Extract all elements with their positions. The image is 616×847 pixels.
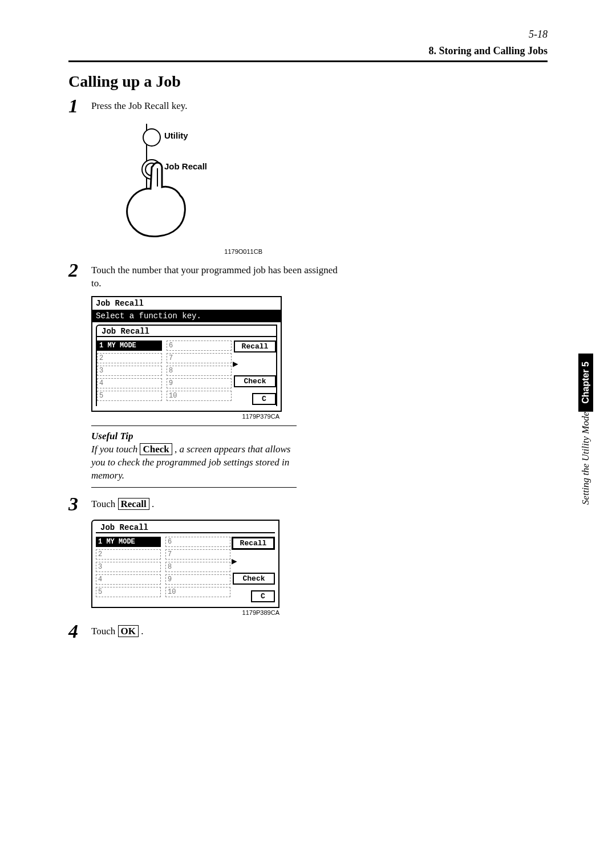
job-slot-2[interactable]: 2 <box>96 549 161 560</box>
figure-lcd-recall: Job Recall 1 MY MODE 2 3 4 5 6 7 8 9 1 <box>91 520 548 616</box>
tip-rule-bottom <box>91 487 297 488</box>
job-slot-1[interactable]: 1 MY MODE <box>97 341 162 351</box>
tip-text: If you touch Check , a screen appears th… <box>91 443 297 483</box>
recall-box-label: Recall <box>118 498 149 510</box>
lcd-tab: Job Recall <box>96 523 275 532</box>
step-4: 4 Touch OK . <box>68 622 342 641</box>
job-slot-3[interactable]: 3 <box>97 366 162 376</box>
job-slot-8[interactable]: 8 <box>167 366 232 376</box>
side-tab: Chapter 5 Setting the Utility Mode <box>578 354 593 510</box>
job-slot-4[interactable]: 4 <box>97 378 162 388</box>
recall-button[interactable]: Recall <box>234 341 276 352</box>
job-slot-5[interactable]: 5 <box>97 391 162 401</box>
check-box-label: Check <box>140 443 172 455</box>
step-1: 1 Press the Job Recall key. <box>68 96 342 116</box>
hand-press-icon <box>114 156 200 241</box>
ok-box-label: OK <box>118 625 139 637</box>
lcd-column-1: 1 MY MODE 2 3 4 5 <box>96 537 161 602</box>
step-text: Touch OK . <box>91 622 143 638</box>
lcd-column-2: 6 7 8 9 10 <box>167 341 232 405</box>
figure-job-recall-key: Utility Job Recall 1179O011CB <box>91 121 548 255</box>
lcd-tab: Job Recall <box>97 327 276 336</box>
job-slot-1[interactable]: 1 MY MODE <box>96 537 161 547</box>
lcd-title: Job Recall <box>92 297 281 310</box>
figure-lcd-select: Job Recall Select a function key. Job Re… <box>91 296 548 420</box>
check-button[interactable]: Check <box>233 573 275 585</box>
recall-button[interactable]: Recall <box>232 537 275 550</box>
job-slot-8[interactable]: 8 <box>165 562 230 572</box>
step-number: 4 <box>68 622 91 641</box>
job-slot-4[interactable]: 4 <box>96 574 161 585</box>
job-slot-9[interactable]: 9 <box>165 574 230 585</box>
step-number: 3 <box>68 495 91 514</box>
useful-tip: Useful Tip If you touch Check , a screen… <box>91 425 297 488</box>
lcd-prompt: Select a function key. <box>92 310 281 322</box>
job-slot-2[interactable]: 2 <box>97 353 162 363</box>
figure-code: 1179P379CA <box>91 413 279 420</box>
clear-button[interactable]: C <box>251 590 275 602</box>
step-3: 3 Touch Recall . <box>68 495 342 514</box>
step-text: Press the Job Recall key. <box>91 96 187 113</box>
job-slot-10[interactable]: 10 <box>165 587 230 597</box>
step-2: 2 Touch the number that your programmed … <box>68 261 342 290</box>
job-slot-3[interactable]: 3 <box>96 562 161 572</box>
job-slot-10[interactable]: 10 <box>167 391 232 401</box>
side-text: Setting the Utility Mode <box>580 412 591 510</box>
tip-rule-top <box>91 425 297 426</box>
page-title: Calling up a Job <box>68 72 548 91</box>
figure-code: 1179P389CA <box>91 609 279 616</box>
chapter-badge: Chapter 5 <box>578 354 593 412</box>
scroll-right-icon[interactable]: ▶ <box>233 358 238 370</box>
clear-button[interactable]: C <box>252 393 276 405</box>
step-text: Touch Recall . <box>91 495 154 511</box>
section-header: 8. Storing and Calling Jobs <box>428 45 548 56</box>
job-slot-7[interactable]: 7 <box>165 549 230 560</box>
header-rule <box>68 60 548 62</box>
job-slot-6[interactable]: 6 <box>167 341 232 351</box>
utility-button-icon <box>143 128 161 147</box>
check-button[interactable]: Check <box>234 375 276 387</box>
step-number: 1 <box>68 96 91 116</box>
utility-label: Utility <box>164 131 188 140</box>
job-slot-5[interactable]: 5 <box>96 587 161 597</box>
lcd-column-1: 1 MY MODE 2 3 4 5 <box>97 341 162 405</box>
page-number: 5-18 <box>68 29 548 40</box>
scroll-right-icon[interactable]: ▶ <box>232 556 237 567</box>
step-number: 2 <box>68 261 91 280</box>
figure-code: 1179O011CB <box>91 248 262 255</box>
lcd-column-2: 6 7 8 9 10 <box>165 537 230 602</box>
step-text: Touch the number that your programmed jo… <box>91 261 342 290</box>
tip-heading: Useful Tip <box>91 431 297 442</box>
job-slot-7[interactable]: 7 <box>167 353 232 363</box>
job-slot-9[interactable]: 9 <box>167 378 232 388</box>
job-slot-6[interactable]: 6 <box>165 537 230 547</box>
